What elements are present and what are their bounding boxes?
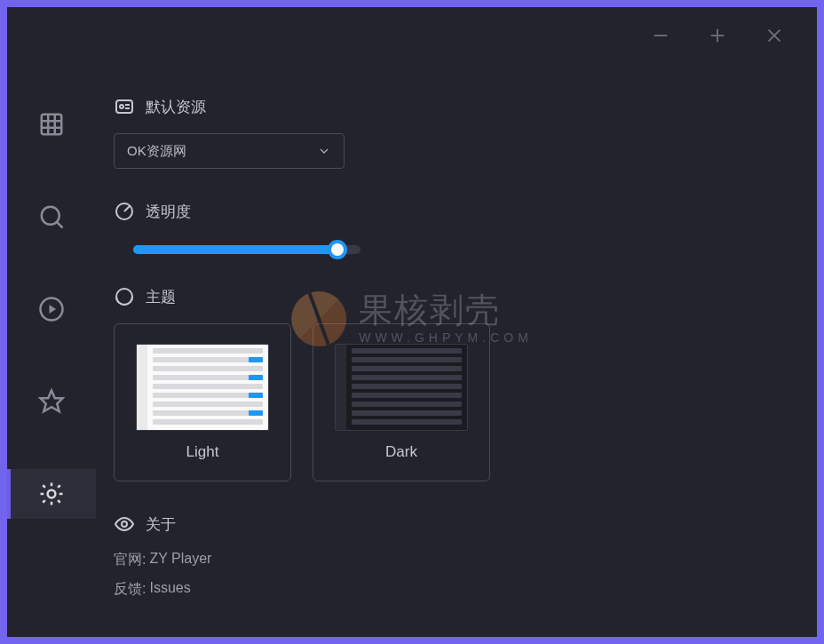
source-icon — [114, 96, 135, 117]
section-default-source: 默认资源 OK资源网 — [114, 96, 817, 169]
svg-point-15 — [48, 490, 56, 498]
settings-panel: 默认资源 OK资源网 透明度 主题 — [114, 96, 817, 637]
svg-line-21 — [124, 206, 130, 211]
source-select-value: OK资源网 — [127, 143, 186, 160]
opacity-slider[interactable] — [133, 245, 360, 254]
titlebar — [648, 7, 817, 64]
theme-thumb-light — [136, 344, 269, 431]
opacity-slider-fill — [133, 245, 337, 254]
opacity-icon — [114, 201, 135, 222]
theme-option-dark[interactable]: Dark — [313, 323, 490, 481]
app-window: 果核剥壳 WWW.GHPYM.COM 默认资源 OK资源网 透明度 — [7, 7, 817, 637]
svg-point-23 — [122, 521, 127, 527]
film-icon — [38, 111, 65, 138]
sidebar-item-play[interactable] — [7, 284, 96, 334]
svg-point-17 — [120, 105, 123, 108]
theme-label: Dark — [385, 443, 417, 461]
sidebar-item-search[interactable] — [7, 192, 96, 242]
svg-point-10 — [42, 207, 59, 225]
theme-icon — [114, 286, 135, 307]
section-opacity: 透明度 — [114, 201, 817, 254]
about-feedback-label: 反馈: — [114, 580, 146, 599]
sidebar-item-library[interactable] — [7, 99, 96, 149]
about-website: 官网: ZY Player — [114, 551, 817, 569]
chevron-down-icon — [317, 144, 331, 158]
about-feedback: 反馈: Issues — [114, 580, 817, 599]
sidebar — [7, 7, 96, 637]
svg-marker-13 — [50, 305, 57, 314]
sidebar-item-favorites[interactable] — [7, 377, 96, 426]
gear-icon — [38, 481, 65, 507]
about-website-label: 官网: — [114, 551, 146, 569]
about-feedback-value[interactable]: Issues — [149, 580, 190, 599]
svg-line-11 — [57, 222, 62, 227]
svg-marker-14 — [41, 391, 63, 412]
section-theme: 主题 — [114, 286, 817, 481]
eye-icon — [114, 513, 135, 535]
star-icon — [38, 388, 65, 415]
svg-rect-5 — [42, 115, 62, 135]
section-title: 默认资源 — [146, 97, 206, 117]
section-title: 关于 — [146, 514, 176, 535]
section-title: 主题 — [146, 287, 176, 307]
close-button[interactable] — [762, 23, 787, 48]
theme-label: Light — [186, 443, 219, 461]
source-select[interactable]: OK资源网 — [114, 133, 345, 169]
play-icon — [38, 296, 65, 322]
theme-option-light[interactable]: Light — [114, 323, 291, 481]
section-about: 关于 官网: ZY Player 反馈: Issues — [114, 513, 817, 599]
new-window-button[interactable] — [705, 23, 730, 48]
sidebar-item-settings[interactable] — [7, 469, 96, 519]
opacity-slider-thumb[interactable] — [328, 240, 347, 259]
theme-thumb-dark — [335, 344, 468, 431]
search-icon — [38, 203, 65, 230]
about-website-value[interactable]: ZY Player — [149, 551, 211, 569]
minimize-button[interactable] — [648, 23, 673, 48]
section-title: 透明度 — [146, 202, 191, 222]
